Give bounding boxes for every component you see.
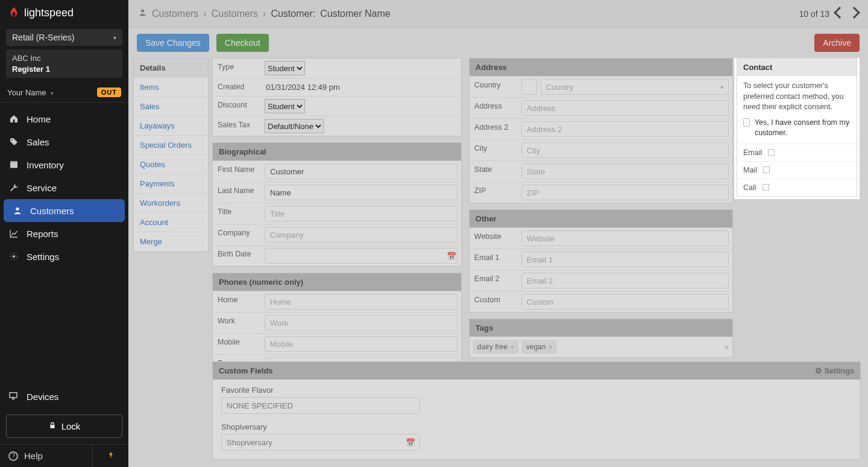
country-checkbox[interactable]: [521, 79, 537, 95]
addr1-input[interactable]: [521, 100, 729, 116]
tags-holder[interactable]: dairy free× vegan× ×: [470, 337, 732, 357]
nav-devices[interactable]: Devices: [0, 385, 128, 408]
nav-customers-label: Customers: [30, 206, 74, 216]
tab-workorders[interactable]: Workorders: [134, 194, 208, 213]
phone-work-input[interactable]: [265, 315, 458, 331]
remove-tag-icon[interactable]: ×: [511, 344, 514, 351]
contact-call-row[interactable]: Call: [737, 179, 857, 196]
pager-text: 10 of 13: [799, 9, 829, 19]
tab-payments[interactable]: Payments: [134, 174, 208, 194]
nav-inventory[interactable]: Inventory: [0, 153, 128, 176]
mail-checkbox[interactable]: [763, 167, 770, 173]
pager-next[interactable]: [850, 8, 858, 19]
contact-mail-row[interactable]: Mail: [737, 161, 857, 179]
status-badge[interactable]: OUT: [97, 87, 121, 97]
custom-fields-wrap: Custom Fields ⚙ Settings Favorite Flavor…: [128, 361, 868, 467]
save-button[interactable]: Save Changes: [137, 34, 209, 52]
birthdate-input[interactable]: [265, 248, 458, 264]
contact-help-text: To select your customer's preferred cont…: [743, 81, 851, 113]
tab-items[interactable]: Items: [134, 78, 208, 97]
product-selector[interactable]: Retail (R-Series) ▾: [6, 29, 122, 46]
section-phones: Phones (numeric only) Home Work Mobile P…: [212, 273, 462, 364]
nav-settings[interactable]: Settings: [0, 245, 128, 268]
section-address: Address Country Country ▾ Address: [469, 58, 733, 203]
help-button[interactable]: ? Help: [0, 445, 92, 467]
tab-details[interactable]: Details: [134, 59, 208, 78]
flame-icon: [7, 6, 20, 19]
email1-input[interactable]: [521, 252, 729, 267]
nav-customers[interactable]: Customers: [4, 199, 125, 222]
nav-sales[interactable]: Sales: [0, 130, 128, 153]
nav-reports[interactable]: Reports: [0, 222, 128, 245]
company-input[interactable]: [265, 227, 458, 243]
custom-other-input[interactable]: [521, 294, 729, 310]
tag-chip[interactable]: vegan×: [522, 340, 557, 354]
clear-tags-icon[interactable]: ×: [724, 343, 729, 352]
custom-fields-settings-label: Settings: [825, 367, 854, 375]
type-select[interactable]: Student: [265, 61, 305, 75]
call-checkbox[interactable]: [763, 184, 769, 191]
title-label: Title: [213, 203, 261, 224]
pin-button[interactable]: [92, 445, 128, 467]
tab-quotes[interactable]: Quotes: [134, 155, 208, 174]
state-input[interactable]: [521, 164, 729, 179]
phone-mobile-label: Mobile: [213, 334, 261, 354]
calendar-icon[interactable]: 📅: [406, 438, 415, 447]
nav-service[interactable]: Service: [0, 176, 128, 199]
last-name-input[interactable]: [265, 185, 458, 200]
type-label: Type: [213, 59, 261, 78]
section-basic: Type Student Created 01/31/2024 12:49 pm…: [212, 58, 462, 136]
breadcrumb-2[interactable]: Customers: [212, 8, 258, 19]
archive-button[interactable]: Archive: [814, 34, 860, 52]
email1-label: Email 1: [470, 249, 518, 270]
user-row[interactable]: Your Name ▾ OUT: [0, 83, 128, 103]
contact-email-row[interactable]: Email: [737, 144, 857, 161]
discount-select[interactable]: Student: [265, 99, 305, 113]
flavor-input[interactable]: [221, 397, 420, 414]
email-checkbox[interactable]: [768, 149, 775, 156]
breadcrumb-1[interactable]: Customers: [152, 8, 198, 19]
shopiversary-input[interactable]: [221, 434, 420, 451]
register-box[interactable]: ABC Inc Register 1: [6, 49, 122, 78]
caret-down-icon: ▾: [51, 90, 54, 97]
city-input[interactable]: [521, 142, 729, 158]
nav-sales-label: Sales: [27, 137, 49, 147]
tag-chip[interactable]: dairy free×: [473, 340, 518, 354]
checkout-button[interactable]: Checkout: [216, 34, 269, 52]
consent-row[interactable]: Yes, I have consent from my customer.: [743, 118, 851, 139]
svg-rect-1: [10, 162, 17, 168]
first-name-input[interactable]: [265, 164, 458, 179]
phone-mobile-input[interactable]: [265, 336, 458, 352]
breadcrumb-3-value: Customer Name: [320, 8, 390, 19]
company-label: Company: [213, 224, 261, 245]
main-nav: Home Sales Inventory Service Customers R…: [0, 103, 128, 385]
salestax-select[interactable]: Default/None: [265, 119, 324, 133]
email2-input[interactable]: [521, 273, 729, 288]
chevron-right-icon: ›: [203, 8, 206, 19]
custom-fields-heading: Custom Fields ⚙ Settings: [213, 362, 860, 380]
consent-checkbox[interactable]: [743, 118, 750, 127]
pager-prev[interactable]: [835, 8, 844, 19]
tab-sales[interactable]: Sales: [134, 97, 208, 116]
website-label: Website: [470, 228, 518, 249]
column-left: Type Student Created 01/31/2024 12:49 pm…: [209, 58, 465, 357]
phone-home-input[interactable]: [265, 294, 458, 310]
tag-label: vegan: [526, 343, 546, 351]
tab-layaways[interactable]: Layaways: [134, 116, 208, 136]
calendar-icon[interactable]: 📅: [447, 252, 456, 261]
country-select[interactable]: Country ▾: [541, 79, 729, 95]
register-name: Register 1: [12, 64, 116, 75]
breadcrumbs: Customers › Customers › Customer: Custom…: [138, 8, 391, 19]
website-input[interactable]: [521, 230, 729, 246]
tab-account[interactable]: Account: [134, 213, 208, 232]
tab-merge[interactable]: Merge: [134, 232, 208, 252]
tab-special-orders[interactable]: Special Orders: [134, 136, 208, 155]
custom-fields-settings-link[interactable]: ⚙ Settings: [815, 366, 854, 375]
zip-input[interactable]: [521, 185, 729, 200]
lock-button[interactable]: Lock: [6, 415, 122, 438]
addr1-label: Address: [470, 98, 518, 118]
title-input[interactable]: [265, 206, 458, 221]
addr2-input[interactable]: [521, 121, 729, 137]
remove-tag-icon[interactable]: ×: [549, 344, 552, 351]
nav-home[interactable]: Home: [0, 107, 128, 130]
